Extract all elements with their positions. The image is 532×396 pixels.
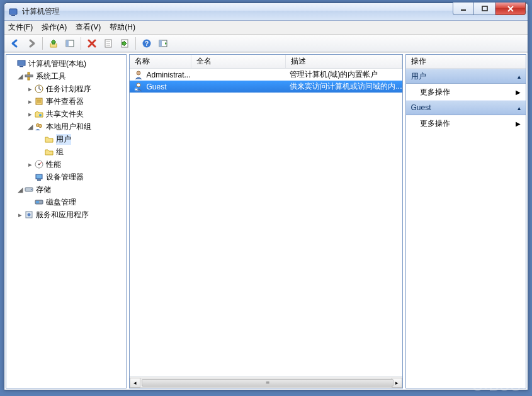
user-icon	[133, 82, 144, 92]
tree-groups[interactable]: 组	[8, 145, 125, 158]
tree-event-viewer[interactable]: ▸ 事件查看器	[8, 95, 125, 108]
svg-point-25	[39, 125, 42, 128]
col-description[interactable]: 描述	[286, 55, 402, 68]
close-button[interactable]	[495, 3, 526, 15]
content-area: 计算机管理(本地) ◢ 系统工具 ▸ 任务计划程序 ▸ 事件查看器	[4, 52, 528, 390]
up-one-level-button[interactable]	[47, 37, 60, 50]
svg-point-38	[135, 88, 139, 91]
tree-shared-folders[interactable]: ▸ 共享文件夹	[8, 108, 125, 120]
toolbar: ?	[4, 35, 528, 52]
chevron-up-icon: ▴	[518, 73, 521, 80]
action-item[interactable]: 更多操作▶	[406, 115, 526, 132]
tree-task-scheduler[interactable]: ▸ 任务计划程序	[8, 82, 125, 95]
actions-body: 用户▴更多操作▶Guest▴更多操作▶	[406, 69, 526, 388]
svg-point-35	[28, 213, 31, 217]
expander-icon[interactable]: ◢	[16, 72, 24, 81]
tree-performance[interactable]: ▸ 性能	[8, 158, 125, 171]
svg-point-37	[137, 83, 140, 87]
svg-point-27	[38, 164, 40, 166]
expander-icon[interactable]: ◢	[16, 186, 24, 194]
tools-icon	[24, 71, 34, 81]
back-button[interactable]	[8, 37, 22, 50]
col-name[interactable]: 名称	[130, 55, 191, 68]
help-button[interactable]: ?	[140, 37, 154, 50]
action-section-title: Guest	[411, 103, 431, 112]
tree-label: 用户	[56, 134, 71, 145]
expander-icon[interactable]: ▸	[26, 161, 34, 169]
window-controls	[453, 3, 528, 20]
svg-rect-1	[11, 15, 15, 16]
expander-icon[interactable]: ▸	[26, 85, 34, 93]
expander-icon[interactable]: ▸	[26, 110, 34, 118]
services-icon	[24, 210, 34, 220]
folder-icon	[44, 147, 54, 157]
tree-disk-management[interactable]: 磁盘管理	[8, 196, 125, 208]
minimize-button[interactable]	[453, 3, 474, 15]
tree-label: 共享文件夹	[46, 109, 84, 120]
expander-icon[interactable]: ▸	[26, 98, 34, 106]
tree-services-apps[interactable]: ▸ 服务和应用程序	[8, 208, 125, 221]
tree-label: 性能	[46, 159, 61, 170]
svg-rect-20	[36, 98, 42, 105]
col-fullname[interactable]: 全名	[191, 55, 286, 68]
cell-name: Guest	[146, 82, 166, 91]
svg-rect-15	[18, 60, 25, 65]
svg-rect-2	[461, 9, 466, 11]
scroll-thumb[interactable]	[142, 379, 393, 387]
tree-label: 设备管理器	[46, 172, 84, 183]
forward-button[interactable]	[25, 37, 38, 50]
list-row[interactable]: Guest供来宾访问计算机或访问域的内...	[130, 81, 402, 93]
export-list-button[interactable]	[118, 37, 132, 50]
scroll-left-icon[interactable]: ◂	[130, 378, 140, 388]
actions-pane: 操作 用户▴更多操作▶Guest▴更多操作▶	[405, 54, 526, 388]
window-title: 计算机管理	[22, 6, 60, 17]
action-section-header[interactable]: Guest▴	[406, 100, 526, 115]
list-pane: 名称 全名 描述 Administrat...管理计算机(域)的内置帐户Gues…	[129, 54, 402, 388]
tree-label: 任务计划程序	[46, 84, 91, 94]
maximize-button[interactable]	[474, 3, 495, 15]
scroll-track[interactable]	[140, 378, 391, 388]
toolbar-separator	[81, 37, 81, 50]
show-hide-tree-button[interactable]	[63, 37, 77, 50]
list-row[interactable]: Administrat...管理计算机(域)的内置帐户	[130, 69, 402, 81]
toolbar-separator	[135, 37, 136, 50]
properties-button[interactable]	[101, 37, 115, 50]
action-section-header[interactable]: 用户▴	[406, 69, 526, 84]
tree-system-tools[interactable]: ◢ 系统工具	[8, 70, 125, 82]
watermark: U•BUG•	[473, 378, 527, 395]
svg-rect-3	[482, 6, 487, 11]
refresh-button[interactable]	[156, 37, 170, 50]
user-icon	[133, 70, 144, 80]
menu-help[interactable]: 帮助(H)	[110, 22, 135, 33]
tree-device-manager[interactable]: 设备管理器	[8, 171, 125, 183]
svg-point-31	[31, 189, 32, 190]
tree-pane: 计算机管理(本地) ◢ 系统工具 ▸ 任务计划程序 ▸ 事件查看器	[6, 54, 127, 388]
svg-point-23	[39, 114, 42, 116]
computer-icon	[16, 59, 26, 69]
app-icon	[8, 7, 18, 17]
tree-local-users-groups[interactable]: ◢ 本地用户和组	[8, 120, 125, 133]
tree-users[interactable]: 用户	[8, 133, 125, 145]
event-viewer-icon	[34, 96, 44, 106]
clock-icon	[34, 84, 44, 94]
tree-storage[interactable]: ◢ 存储	[8, 183, 125, 196]
horizontal-scrollbar[interactable]: ◂ ▸	[130, 376, 402, 388]
menu-file[interactable]: 文件(F)	[8, 22, 33, 33]
tree-root[interactable]: 计算机管理(本地)	[8, 57, 125, 70]
column-headers: 名称 全名 描述	[130, 55, 402, 69]
tree-label: 磁盘管理	[46, 197, 76, 208]
menu-view[interactable]: 查看(V)	[76, 22, 101, 33]
menubar: 文件(F) 操作(A) 查看(V) 帮助(H)	[4, 21, 528, 35]
app-window: 计算机管理 文件(F) 操作(A) 查看(V) 帮助(H) ?	[4, 3, 528, 390]
action-item[interactable]: 更多操作▶	[406, 84, 526, 100]
expander-icon[interactable]: ◢	[26, 123, 34, 131]
delete-button[interactable]	[85, 37, 99, 50]
action-section-title: 用户	[411, 71, 426, 82]
disk-icon	[34, 197, 44, 207]
titlebar[interactable]: 计算机管理	[4, 3, 528, 21]
menu-action[interactable]: 操作(A)	[42, 22, 67, 33]
expander-icon[interactable]: ▸	[16, 211, 24, 219]
list-body[interactable]: Administrat...管理计算机(域)的内置帐户Guest供来宾访问计算机…	[130, 69, 402, 376]
svg-rect-33	[36, 201, 39, 203]
performance-icon	[34, 159, 44, 169]
